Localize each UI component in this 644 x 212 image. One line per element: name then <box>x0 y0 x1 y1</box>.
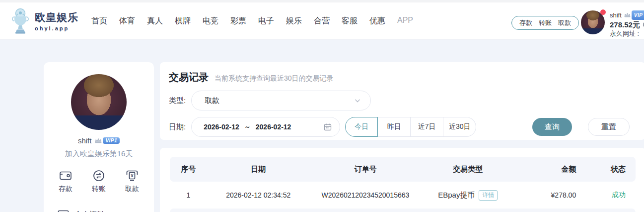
type-select-value: 取款 <box>205 96 354 106</box>
sidebar-name-row: shift VIP1 <box>44 136 154 145</box>
wallet-quick-actions: 存款 转账 取款 <box>511 16 579 30</box>
sidebar-transfer-button[interactable]: 转账 <box>92 170 106 194</box>
user-avatar <box>581 10 605 34</box>
sidebar-actions: 存款 转账 ¥ 取款 <box>44 170 154 194</box>
type-select[interactable]: 取款 <box>191 91 371 110</box>
id-card-icon <box>58 210 69 212</box>
sidebar-vip-badge: VIP1 <box>95 137 120 144</box>
user-meta: shift VIP 1 278.52元 永久网址 : <box>610 10 644 38</box>
date-from-value: 2026-02-12 <box>204 123 239 131</box>
profile-label: 个人资料 <box>74 210 104 212</box>
type-filter-row: 类型: 取款 <box>169 91 644 110</box>
date-separator: ～ <box>244 122 251 131</box>
range-7days-button[interactable]: 近7日 <box>411 117 443 137</box>
brand-logo[interactable]: 欧皇娱乐 ohyl.app <box>11 8 78 34</box>
user-chip[interactable]: shift VIP 1 278.52元 永久网址 : <box>581 10 644 38</box>
notification-dot <box>600 9 606 15</box>
detail-button[interactable]: 详情 <box>479 190 498 201</box>
username-text: shift <box>610 11 622 19</box>
sidebar-username: shift <box>78 136 92 145</box>
query-button[interactable]: 查询 <box>532 118 572 136</box>
trophy-logo-icon <box>11 8 30 34</box>
avatar-image-large <box>71 74 127 130</box>
nav-item-promo[interactable]: 优惠 <box>369 16 385 26</box>
cell-type: EBpay提币详情 <box>422 190 515 201</box>
brand-domain: ohyl.app <box>35 25 78 31</box>
reset-button[interactable]: 重置 <box>588 118 630 136</box>
withdraw-link[interactable]: 取款 <box>558 18 571 27</box>
sidebar-deposit-button[interactable]: 存款 <box>59 170 72 194</box>
sidebar-vip-level: VIP1 <box>103 137 120 144</box>
page-subtitle: 当前系统支持查询最近30日的交易记录 <box>215 74 334 83</box>
range-30days-button[interactable]: 近30日 <box>443 117 476 137</box>
cell-order-no: W202602120234520015663 <box>309 191 421 199</box>
sidebar-item-profile[interactable]: 个人资料 <box>44 210 154 212</box>
chevron-down-icon <box>354 97 361 105</box>
nav-item-slots[interactable]: 电子 <box>258 16 274 26</box>
nav-item-entertainment[interactable]: 娱乐 <box>286 16 302 26</box>
calendar-icon[interactable] <box>324 123 332 131</box>
main-area: 交易记录 当前系统支持查询最近30日的交易记录 类型: 取款 日期: 2026-… <box>160 62 644 212</box>
date-label: 日期: <box>169 122 186 132</box>
page: 欧皇娱乐 ohyl.app 首页 体育 真人 棋牌 电竞 彩票 电子 娱乐 合营… <box>0 0 644 212</box>
cell-amount: ¥278.00 <box>514 191 589 199</box>
vip-level-text: VIP 1 <box>632 10 644 20</box>
permanent-url-label: 永久网址 : <box>610 29 639 38</box>
header-amount: 金额 <box>514 165 589 174</box>
sidebar-withdraw-button[interactable]: ¥ 取款 <box>125 170 139 194</box>
vip-badge: VIP 1 <box>624 10 644 20</box>
nav-item-sports[interactable]: 体育 <box>119 16 135 26</box>
header-order-no: 订单号 <box>309 165 421 174</box>
header-type: 交易类型 <box>422 165 515 174</box>
main-nav: 首页 体育 真人 棋牌 电竞 彩票 电子 娱乐 合营 客服 优惠 APP <box>91 16 413 26</box>
top-navbar: 欧皇娱乐 ohyl.app 首页 体育 真人 棋牌 电竞 彩票 电子 娱乐 合营… <box>0 0 644 40</box>
sidebar-transfer-label: 转账 <box>92 185 106 194</box>
crown-icon <box>95 138 102 144</box>
header-date: 日期 <box>207 165 309 174</box>
next-row-stripe <box>170 209 636 212</box>
filter-card: 交易记录 当前系统支持查询最近30日的交易记录 类型: 取款 日期: 2026-… <box>160 62 644 140</box>
date-range-input[interactable]: 2026-02-12 ～ 2026-02-12 <box>191 117 340 137</box>
withdraw-icon: ¥ <box>126 170 139 182</box>
transaction-type-text: EBpay提币 <box>438 191 475 199</box>
type-label: 类型: <box>169 96 186 106</box>
page-title: 交易记录 <box>169 71 209 84</box>
range-yesterday-button[interactable]: 昨日 <box>378 117 411 137</box>
nav-item-support[interactable]: 客服 <box>342 16 358 26</box>
table-header-row: 序号 日期 订单号 交易类型 金额 状态 <box>170 157 636 182</box>
nav-item-home[interactable]: 首页 <box>91 16 107 26</box>
cell-status: 成功 <box>589 191 636 200</box>
sidebar-withdraw-label: 取款 <box>125 185 139 194</box>
svg-text:¥: ¥ <box>131 173 133 178</box>
nav-item-chess[interactable]: 棋牌 <box>175 16 191 26</box>
nav-item-esports[interactable]: 电竞 <box>203 16 218 26</box>
quick-range-group: 今日 昨日 近7日 近30日 <box>345 117 476 137</box>
cell-index: 1 <box>170 191 207 199</box>
date-filter-row: 日期: 2026-02-12 ～ 2026-02-12 今日 昨日 近7日 近3… <box>169 117 644 137</box>
header-index: 序号 <box>170 165 207 174</box>
profile-sidebar: shift VIP1 加入欧皇娱乐第16天 存款 转账 <box>44 62 154 212</box>
sidebar-deposit-label: 存款 <box>59 185 72 194</box>
transfer-link[interactable]: 转账 <box>539 18 552 27</box>
nav-item-lottery[interactable]: 彩票 <box>230 16 246 26</box>
balance-text: 278.52元 <box>610 20 640 29</box>
date-to-value: 2026-02-12 <box>256 123 291 131</box>
range-today-button[interactable]: 今日 <box>345 117 378 137</box>
transactions-table-card: 序号 日期 订单号 交易类型 金额 状态 1 2026-02-12 02:34:… <box>160 148 644 212</box>
join-days-text: 加入欧皇娱乐第16天 <box>44 149 154 159</box>
wallet-icon <box>59 170 72 182</box>
crown-icon <box>624 12 631 18</box>
table-row: 1 2026-02-12 02:34:52 W20260212023452001… <box>170 182 636 209</box>
header-status: 状态 <box>589 165 636 174</box>
cell-datetime: 2026-02-12 02:34:52 <box>207 191 309 199</box>
nav-item-partner[interactable]: 合营 <box>314 16 330 26</box>
brand-name: 欧皇娱乐 <box>35 10 78 24</box>
transfer-icon <box>92 170 105 182</box>
nav-item-app[interactable]: APP <box>397 16 413 26</box>
nav-item-live[interactable]: 真人 <box>147 16 163 26</box>
deposit-link[interactable]: 存款 <box>519 18 532 27</box>
sidebar-avatar[interactable] <box>71 74 127 130</box>
